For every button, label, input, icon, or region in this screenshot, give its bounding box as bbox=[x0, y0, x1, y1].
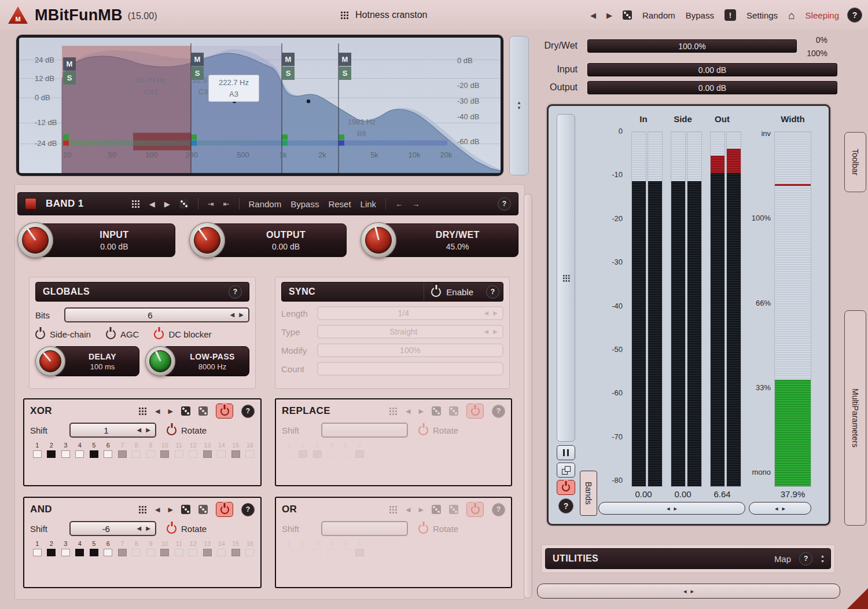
sync-count-slider[interactable] bbox=[317, 362, 503, 376]
or-help-icon[interactable]: ? bbox=[492, 503, 505, 516]
analyzer-zoom-control[interactable]: ▲ ▼ bbox=[509, 36, 529, 175]
decrement-icon[interactable]: ◀ bbox=[137, 526, 142, 531]
replace-random-all-icon[interactable] bbox=[449, 406, 458, 416]
increment-icon[interactable]: ▶ bbox=[146, 427, 150, 433]
sync-help-icon[interactable]: ? bbox=[486, 285, 499, 299]
bottom-scrollbar[interactable]: ◂ ▸ bbox=[537, 584, 840, 599]
utilities-collapse-control[interactable]: ▲ ▼ bbox=[821, 554, 825, 563]
warning-icon[interactable]: ! bbox=[724, 9, 736, 21]
xor-next-icon[interactable]: ▶ bbox=[168, 408, 173, 414]
bits-increment-icon[interactable]: ▶ bbox=[239, 312, 244, 318]
input-gain-knob[interactable] bbox=[17, 222, 53, 258]
bit-cell[interactable] bbox=[146, 450, 155, 458]
xor-random-icon[interactable] bbox=[181, 406, 190, 416]
xor-menu-icon[interactable] bbox=[138, 407, 147, 416]
xor-help-icon[interactable]: ? bbox=[241, 405, 255, 418]
bit-cell[interactable] bbox=[61, 549, 70, 556]
band2-mid-badge[interactable]: M bbox=[191, 53, 204, 66]
preset-menu-icon[interactable] bbox=[340, 11, 349, 20]
band4-side-badge[interactable]: S bbox=[339, 67, 351, 80]
bit-cell[interactable] bbox=[47, 450, 56, 458]
bands-tab[interactable]: Bands bbox=[580, 471, 597, 516]
scroll-left-icon[interactable]: ◂ bbox=[775, 505, 778, 512]
bit-cell[interactable] bbox=[231, 549, 240, 556]
replace-prev-icon[interactable]: ◀ bbox=[406, 408, 410, 414]
and-menu-icon[interactable] bbox=[138, 505, 147, 514]
band-reset-button[interactable]: Reset bbox=[328, 199, 351, 209]
bit-cell[interactable] bbox=[160, 450, 169, 458]
replace-random-icon[interactable] bbox=[432, 406, 441, 416]
sync-modify-slider[interactable]: 100% bbox=[317, 343, 503, 357]
and-prev-icon[interactable]: ◀ bbox=[155, 507, 160, 513]
bit-cell[interactable] bbox=[118, 450, 127, 458]
band-menu-icon[interactable] bbox=[131, 200, 140, 208]
band-title[interactable]: BAND 1 bbox=[46, 198, 84, 210]
band-color-swatch[interactable] bbox=[25, 198, 36, 210]
bit-cell[interactable] bbox=[146, 549, 155, 556]
and-rotate-toggle[interactable]: Rotate bbox=[167, 524, 207, 534]
band-bypass-button[interactable]: Bypass bbox=[290, 199, 319, 209]
scroll-left-icon[interactable]: ◂ bbox=[683, 588, 687, 595]
xor-shift-slider[interactable]: 1 ◀ ▶ bbox=[69, 423, 156, 438]
width-scrollbar[interactable]: ◂ ▸ bbox=[749, 502, 811, 515]
toolbar-tab[interactable]: Toolbar bbox=[844, 132, 866, 192]
bit-cell[interactable] bbox=[203, 549, 212, 556]
output-gain-knob[interactable] bbox=[189, 222, 225, 258]
band-next-icon[interactable]: ▶ bbox=[164, 200, 170, 208]
delay-knob[interactable] bbox=[35, 346, 65, 376]
bit-cell[interactable] bbox=[132, 450, 141, 458]
band-random-icon[interactable] bbox=[179, 199, 189, 208]
bit-cell[interactable] bbox=[203, 450, 212, 458]
and-shift-slider[interactable]: -6 ◀ ▶ bbox=[69, 521, 156, 536]
bit-cell[interactable] bbox=[231, 450, 240, 458]
increment-icon[interactable]: ▶ bbox=[493, 310, 498, 316]
crossover-label-3[interactable]: 222.7 Hz A3 bbox=[208, 75, 259, 102]
drywet-slider[interactable]: 100.0% bbox=[587, 39, 797, 53]
spectrum-analyzer[interactable]: 24 dB 12 dB 0 dB -12 dB -24 dB 0 dB -20 … bbox=[16, 35, 503, 176]
melda-logo-icon[interactable]: M bbox=[8, 6, 28, 24]
meter-help-icon[interactable]: ? bbox=[558, 498, 573, 513]
xor-random-all-icon[interactable] bbox=[198, 406, 208, 416]
bit-cell[interactable] bbox=[104, 549, 112, 556]
increment-icon[interactable]: ▶ bbox=[493, 329, 498, 335]
and-random-all-icon[interactable] bbox=[198, 505, 208, 514]
bit-cell[interactable] bbox=[75, 450, 84, 458]
bit-cell[interactable] bbox=[175, 549, 183, 556]
bit-cell[interactable] bbox=[245, 450, 254, 458]
bypass-button[interactable]: Bypass bbox=[686, 10, 714, 20]
random-button[interactable]: Random bbox=[642, 10, 675, 20]
sync-length-slider[interactable]: 1/4 ◀ ▶ bbox=[317, 306, 503, 320]
bit-cell[interactable] bbox=[118, 549, 127, 556]
scroll-right-icon[interactable]: ▸ bbox=[691, 588, 694, 595]
band-help-icon[interactable]: ? bbox=[498, 197, 511, 211]
replace-next-icon[interactable]: ▶ bbox=[419, 408, 424, 414]
band-link-button[interactable]: Link bbox=[361, 199, 377, 209]
band-editor-scrollbar[interactable] bbox=[524, 193, 532, 599]
or-menu-icon[interactable] bbox=[389, 505, 398, 514]
bit-cell[interactable] bbox=[160, 549, 169, 556]
bit-cell[interactable] bbox=[104, 450, 112, 458]
crossover-label-1[interactable]: 50.70 Hz G#1 bbox=[125, 75, 177, 97]
next-preset-icon[interactable]: ▶ bbox=[606, 12, 612, 19]
drywet-knob[interactable] bbox=[361, 222, 396, 258]
scroll-left-icon[interactable]: ◂ bbox=[667, 505, 670, 512]
lowpass-knob[interactable] bbox=[145, 346, 175, 376]
sync-enable-button[interactable]: Enable bbox=[424, 283, 480, 301]
bit-cell[interactable] bbox=[217, 549, 226, 556]
or-next-icon[interactable]: ▶ bbox=[419, 507, 424, 513]
bit-cell[interactable] bbox=[245, 549, 254, 556]
meter-pause-button[interactable] bbox=[557, 445, 575, 460]
xor-power-button[interactable] bbox=[216, 403, 233, 419]
meter-zoom-slider[interactable] bbox=[557, 114, 575, 442]
sync-type-slider[interactable]: Straight ◀ ▶ bbox=[317, 325, 503, 339]
band-random-button[interactable]: Random bbox=[249, 199, 282, 209]
band3-side-badge[interactable]: S bbox=[282, 67, 295, 80]
randomize-icon[interactable] bbox=[623, 10, 632, 20]
sidechain-toggle[interactable]: Side-chain bbox=[35, 329, 91, 339]
previous-preset-icon[interactable]: ◀ bbox=[590, 12, 596, 19]
bit-cell[interactable] bbox=[175, 450, 183, 458]
decrement-icon[interactable]: ◀ bbox=[484, 310, 489, 316]
preset-name[interactable]: Hotness cranston bbox=[355, 10, 428, 20]
or-random-all-icon[interactable] bbox=[449, 505, 458, 514]
bit-cell[interactable] bbox=[33, 549, 42, 556]
